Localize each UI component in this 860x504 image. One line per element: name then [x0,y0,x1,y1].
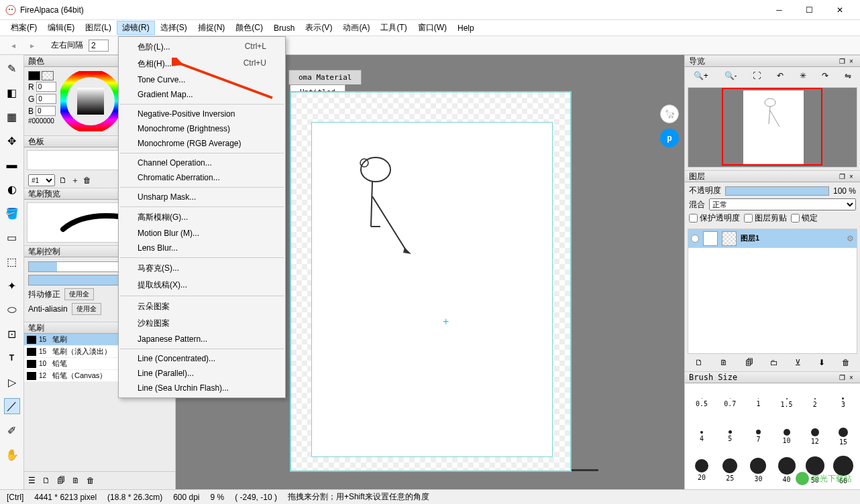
filter-item[interactable]: 沙粒图案 [119,315,285,332]
brush-del-icon[interactable]: 🗑 [87,476,95,485]
menu-表示v[interactable]: 表示(V) [300,21,337,35]
stabilize-value[interactable]: 使用全 [64,288,94,300]
fill-tool[interactable]: ▬ [4,157,20,173]
menu-图层l[interactable]: 图层(L) [80,21,117,35]
filter-item[interactable]: 提取线稿(X)... [119,277,285,294]
opacity-slider[interactable] [725,186,829,196]
select-rect-tool[interactable]: ⬚ [4,253,20,269]
filter-item[interactable]: Monochrome (Brightness) [119,121,285,136]
brush-new-icon[interactable]: 🗋 [42,476,50,485]
move-tool[interactable]: ✥ [4,133,20,149]
filter-item[interactable]: Line (Concentrated)... [119,351,285,366]
menu-窗口w[interactable]: 窗口(W) [413,21,452,35]
brush-size-cell[interactable]: 2 [802,387,828,418]
filter-item[interactable]: 高斯模糊(G)... [119,209,285,226]
filter-item[interactable]: Negative-Positive Inversion [119,107,285,121]
eyedropper-tool[interactable]: ✐ [4,422,20,438]
filter-item[interactable]: Unsharp Mask... [119,190,285,204]
filter-item[interactable]: Lens Blur... [119,241,285,255]
palette-new-icon[interactable]: 🗋 [59,176,67,185]
alpaca-icon[interactable]: 🦙 [660,105,679,123]
palette-add-icon[interactable]: ＋ [71,175,79,186]
hand-tool[interactable]: ✋ [4,446,20,462]
select-pen-tool[interactable]: ⊡ [4,326,20,342]
brush-size-cell[interactable]: 25 [717,454,743,485]
layer-merge-icon[interactable]: ⊻ [795,358,801,367]
lock-checkbox[interactable] [791,214,800,223]
gradient-tool[interactable]: ◐ [4,181,20,197]
brush-size-cell[interactable]: 1 [745,387,771,418]
layer-visibility-icon[interactable] [691,235,699,243]
navigator-preview[interactable] [688,87,857,168]
protect-alpha-checkbox[interactable] [689,214,698,223]
menu-滤镜r[interactable]: 滤镜(R) [117,21,155,35]
layer-del-icon[interactable]: 🗑 [842,358,850,367]
menu-颜色c[interactable]: 颜色(C) [230,21,268,35]
tab-material[interactable]: oma Material [288,70,362,84]
brush-size-cell[interactable]: 10 [774,421,800,452]
menu-动画a[interactable]: 动画(A) [337,21,375,35]
menu-help[interactable]: Help [452,22,480,34]
menu-选择s[interactable]: 选择(S) [155,21,193,35]
palette-select[interactable]: #1 [28,174,55,186]
filter-item[interactable]: 云朵图案 [119,298,285,315]
layer-dup-icon[interactable]: 🗐 [745,358,753,367]
panel-undock-icon[interactable]: ❐ [837,172,847,181]
text-tool[interactable]: T [4,350,20,366]
canvas[interactable]: + [311,122,553,457]
pointer-tool[interactable]: ▷ [4,374,20,390]
layer-settings-icon[interactable]: ⚙ [847,234,854,243]
dot-tool[interactable]: ▦ [4,109,20,125]
filter-item[interactable]: Chromatic Aberration... [119,170,285,185]
brush-tool[interactable]: ✎ [4,60,20,76]
layer-down-icon[interactable]: ⬇ [818,358,825,367]
brush-size-cell[interactable]: 0.5 [689,387,714,418]
filter-item[interactable]: Monochrome (RGB Average) [119,136,285,151]
filter-item[interactable]: 色相(H)...Ctrl+U [119,56,285,72]
eraser-tool[interactable]: ◧ [4,84,20,101]
brush-dup-icon[interactable]: 🗎 [72,476,80,485]
b-input[interactable] [36,106,56,116]
g-input[interactable] [36,94,56,104]
brush-size-cell[interactable]: 15 [830,421,856,452]
brush-size-cell[interactable]: 20 [689,454,714,485]
brush-size-cell[interactable]: 1.5 [774,387,800,418]
brush-size-cell[interactable]: 4 [689,421,714,452]
bucket-tool[interactable]: 🪣 [4,205,20,221]
layer-row[interactable]: 图层1 ⚙ [688,229,857,248]
clip-checkbox[interactable] [744,214,753,223]
brush-size-cell[interactable]: 30 [745,454,771,485]
layer-new-icon[interactable]: 🗋 [695,358,703,367]
menu-档案f[interactable]: 档案(F) [5,21,42,35]
pixiv-icon[interactable]: p [660,129,679,147]
zoom-out-icon[interactable]: 🔍- [724,71,737,80]
menu-工具t[interactable]: 工具(T) [375,21,412,35]
layer-new2-icon[interactable]: 🗎 [720,358,728,367]
panel-close-icon[interactable]: × [847,373,856,382]
maximize-button[interactable]: ☐ [794,0,824,20]
prev-button[interactable]: ◂ [7,39,20,52]
menu-brush[interactable]: Brush [268,22,300,34]
panel-undock-icon[interactable]: ❐ [837,373,847,382]
next-button[interactable]: ▸ [25,39,39,52]
color-wheel[interactable] [60,71,121,131]
filter-item[interactable]: Motion Blur (M)... [119,226,285,241]
filter-item[interactable]: Tone Curve... [119,72,285,87]
divide-tool[interactable]: ／ [4,398,20,414]
filter-item[interactable]: Japanese Pattern... [119,332,285,346]
shape-tool[interactable]: ▭ [4,229,20,245]
brush-size-cell[interactable]: 12 [802,421,828,452]
brush-add-icon[interactable]: 🗐 [57,476,65,485]
r-input[interactable] [36,82,56,92]
lasso-tool[interactable]: ⬭ [4,302,20,318]
rotate-reset-icon[interactable]: ✳ [800,71,806,80]
zoom-fit-icon[interactable]: ⛶ [753,71,761,80]
menu-编辑e[interactable]: 编辑(E) [42,21,80,35]
panel-close-icon[interactable]: × [847,172,856,181]
panel-undock-icon[interactable]: ❐ [837,56,847,66]
close-button[interactable]: ✕ [824,0,855,20]
filter-item[interactable]: 马赛克(S)... [119,260,285,277]
zoom-in-icon[interactable]: 🔍+ [694,71,708,80]
brush-size-cell[interactable]: 0.7 [717,387,743,418]
filter-item[interactable]: Line (Parallel)... [119,366,285,381]
